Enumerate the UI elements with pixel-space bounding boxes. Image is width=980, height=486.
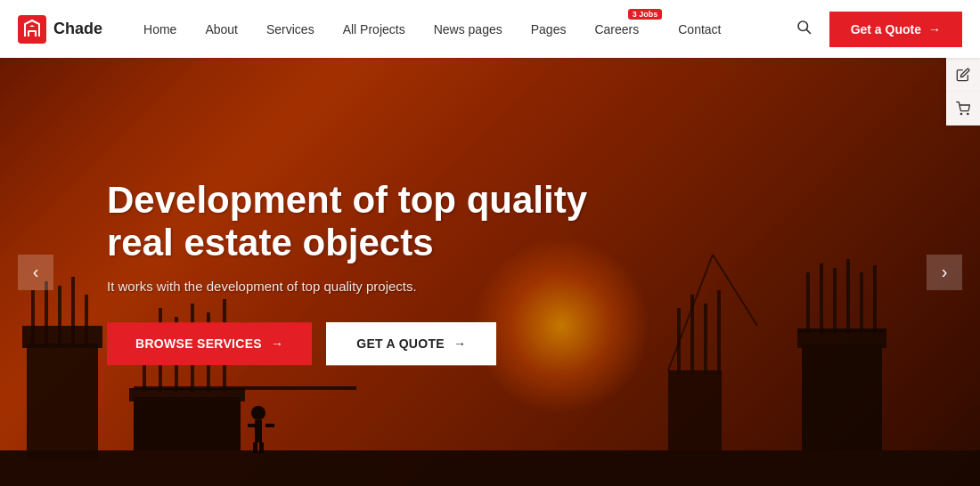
svg-rect-12 <box>129 388 245 401</box>
logo-text: Chade <box>53 20 102 38</box>
nav-item-careers[interactable]: Careers 3 Jobs <box>580 0 664 58</box>
nav-right: Get a Quote → <box>792 12 962 47</box>
svg-point-43 <box>968 113 968 114</box>
svg-rect-21 <box>248 424 257 427</box>
svg-rect-20 <box>255 420 262 442</box>
svg-rect-29 <box>717 290 721 375</box>
nav-item-pages[interactable]: Pages <box>517 0 581 58</box>
svg-rect-24 <box>259 442 264 453</box>
svg-rect-8 <box>58 286 61 348</box>
svg-rect-4 <box>27 344 98 459</box>
svg-point-42 <box>960 113 961 114</box>
svg-rect-9 <box>71 277 75 348</box>
svg-rect-28 <box>704 304 707 375</box>
svg-rect-32 <box>806 272 810 335</box>
careers-badge: 3 Jobs <box>628 9 663 20</box>
hero-subtitle: It works with the development of top qua… <box>107 279 641 294</box>
search-icon[interactable] <box>792 15 815 43</box>
nav-item-news-pages[interactable]: News pages <box>420 0 517 58</box>
svg-rect-3 <box>0 450 980 486</box>
svg-rect-38 <box>134 386 356 390</box>
svg-rect-25 <box>668 370 722 450</box>
sidebar-icons <box>946 58 980 126</box>
svg-rect-33 <box>820 263 823 335</box>
svg-rect-10 <box>85 295 88 348</box>
nav-item-about[interactable]: About <box>191 0 252 58</box>
logo-link[interactable]: Chade <box>18 15 102 44</box>
logo-icon <box>18 15 46 44</box>
svg-rect-11 <box>134 397 241 450</box>
svg-rect-22 <box>265 424 274 427</box>
svg-rect-37 <box>873 265 877 335</box>
svg-rect-39 <box>797 328 886 332</box>
nav-item-contact[interactable]: Contact <box>664 0 735 58</box>
hero-buttons: Browse Services → Get a Quote → <box>107 322 641 365</box>
hero-title: Development of top quality real estate o… <box>107 179 641 265</box>
get-quote-button[interactable]: Get a Quote → <box>326 322 496 365</box>
pencil-icon <box>956 68 970 82</box>
slider-arrow-left[interactable]: ‹ <box>18 255 53 290</box>
nav-item-home[interactable]: Home <box>129 0 191 58</box>
hero-content: Development of top quality real estate o… <box>107 179 641 366</box>
svg-rect-7 <box>45 281 48 348</box>
svg-rect-36 <box>860 272 863 335</box>
cart-icon-button[interactable] <box>946 92 980 126</box>
hero-section: Development of top quality real estate o… <box>0 58 980 486</box>
svg-rect-30 <box>802 344 882 450</box>
svg-line-2 <box>806 29 810 33</box>
navbar: Chade Home About Services All Projects N… <box>0 0 980 58</box>
svg-point-19 <box>251 406 265 420</box>
svg-rect-0 <box>18 15 46 44</box>
nav-item-all-projects[interactable]: All Projects <box>329 0 420 58</box>
nav-item-services[interactable]: Services <box>252 0 329 58</box>
slider-arrow-right[interactable]: › <box>927 255 962 290</box>
browse-services-button[interactable]: Browse Services → <box>107 322 312 365</box>
nav-links: Home About Services All Projects News pa… <box>129 0 792 58</box>
svg-rect-23 <box>253 442 257 453</box>
pencil-icon-button[interactable] <box>946 58 980 92</box>
svg-rect-34 <box>833 268 837 335</box>
cart-icon <box>956 101 970 116</box>
nav-cta-button[interactable]: Get a Quote → <box>829 12 962 47</box>
svg-rect-6 <box>31 290 35 348</box>
svg-rect-35 <box>846 259 850 335</box>
